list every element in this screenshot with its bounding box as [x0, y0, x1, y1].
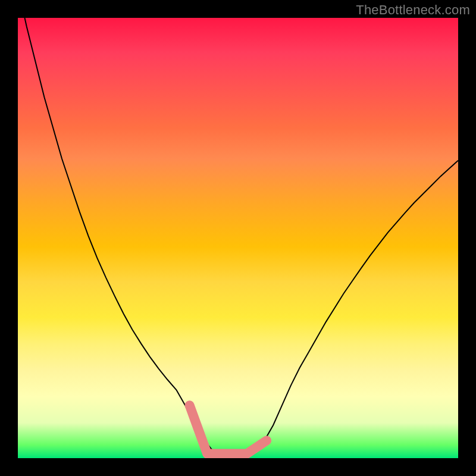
plot-area [18, 18, 458, 458]
optimal-notch-marker [190, 405, 267, 453]
bottleneck-curve [18, 18, 458, 458]
watermark-text: TheBottleneck.com [356, 2, 470, 18]
curve-svg [18, 18, 458, 458]
chart-container: TheBottleneck.com [0, 0, 476, 476]
